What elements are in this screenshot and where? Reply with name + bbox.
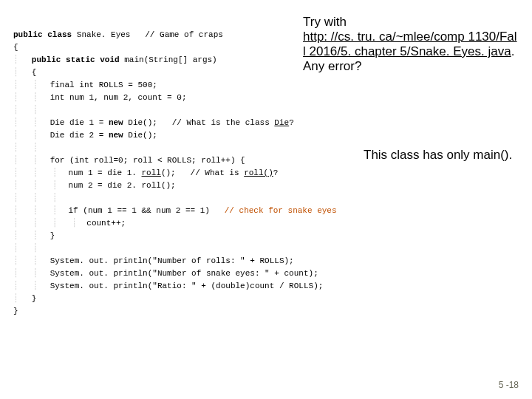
println-1: System. out. println("Number of rolls: "…	[11, 256, 294, 265]
for-loop: for (int roll=0; roll < ROLLS; roll++) {	[11, 156, 245, 165]
only-main-note: This class has only main().	[364, 148, 512, 163]
println-3: System. out. println("Ratio: " + (double…	[11, 282, 323, 290]
main-sig: main(String[] args)	[124, 55, 216, 64]
brace-open-2: {	[12, 68, 36, 77]
kw-public-class: public class	[13, 30, 77, 39]
source-link-line1[interactable]: http: //cs. tru. ca/~mlee/comp 1130/Fal	[303, 30, 517, 44]
num2-assign: num 2 = die 2. roll();	[10, 181, 175, 190]
die1-decl: Die die 1 =	[11, 118, 109, 127]
try-with-note: Try with http: //cs. tru. ca/~mlee/comp …	[303, 15, 525, 74]
if-check: if (num 1 == 1 && num 2 == 1)	[10, 206, 224, 215]
brace-close-2: }	[12, 294, 36, 303]
try-with-label: Try with	[303, 15, 347, 29]
println-2: System. out. println("Number of snake ey…	[11, 269, 318, 278]
brace-close: }	[13, 307, 18, 316]
line-nums: int num 1, num 2, count = 0;	[11, 93, 187, 102]
kw-psv: public static void	[12, 55, 124, 64]
num1-assign: num 1 = die 1.	[10, 168, 141, 177]
for-close: }	[11, 231, 55, 240]
class-name: Snake. Eyes	[77, 30, 131, 39]
die2-decl: Die die 2 =	[11, 131, 109, 140]
code-block: public class Snake. Eyes // Game of crap…	[13, 16, 337, 330]
line-rolls: final int ROLLS = 500;	[11, 81, 157, 89]
brace-open: {	[13, 43, 18, 52]
slide-number: 5 -18	[499, 380, 519, 390]
comment-game: // Game of craps	[130, 30, 222, 39]
source-link-line2[interactable]: l 2016/5. chapter 5/Snake. Eyes. java	[303, 44, 511, 58]
count-inc: count++;	[9, 219, 126, 228]
any-error-label: Any error?	[303, 59, 361, 73]
